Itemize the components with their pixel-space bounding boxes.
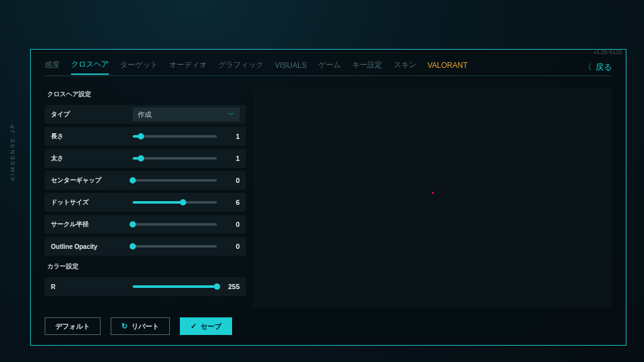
settings-column: クロスヘア設定 タイプ 作成 ﹀ 長さ1太さ1センターギャップ0ドットサイズ6サ… — [45, 87, 246, 307]
slider-knob[interactable] — [130, 221, 136, 228]
color-slider-value-0: 255 — [223, 283, 240, 290]
slider-value-0: 1 — [223, 133, 240, 140]
slider-row-0: 長さ1 — [45, 127, 246, 146]
slider-label-5: Outline Opacity — [51, 243, 133, 250]
slider-fill — [133, 285, 217, 288]
slider-track — [133, 223, 217, 226]
slider-value-1: 1 — [223, 155, 240, 162]
slider-track — [133, 179, 217, 182]
slider-slider-4[interactable]: 0 — [133, 221, 240, 228]
revert-button[interactable]: ↻ リバート — [111, 317, 170, 335]
tab-1[interactable]: クロスヘア — [71, 59, 109, 75]
color-slider-slider-0[interactable]: 255 — [133, 283, 240, 290]
color-slider-label-0: R — [51, 283, 133, 290]
tab-0[interactable]: 感度 — [45, 60, 60, 74]
button-row: デフォルト ↻ リバート ✓ セーブ — [45, 317, 232, 335]
save-button-label: セーブ — [201, 322, 221, 331]
slider-knob[interactable] — [130, 243, 136, 250]
slider-row-1: 太さ1 — [45, 149, 246, 168]
type-select-value: 作成 — [138, 110, 152, 119]
tab-7[interactable]: キー設定 — [352, 60, 382, 74]
slider-value-5: 0 — [223, 243, 240, 250]
type-label: タイプ — [51, 110, 133, 119]
check-icon: ✓ — [191, 322, 197, 331]
slider-knob[interactable] — [138, 155, 144, 162]
version-label: v1.25-5125 — [594, 49, 622, 55]
slider-fill — [133, 201, 183, 204]
tab-5[interactable]: VISUALS — [275, 61, 307, 74]
slider-knob[interactable] — [130, 177, 136, 184]
slider-row-3: ドットサイズ6 — [45, 193, 246, 212]
revert-button-label: リバート — [131, 322, 159, 331]
back-label: 戻る — [596, 62, 612, 73]
tab-9[interactable]: VALORANT — [428, 61, 468, 74]
watermark-text: AIMSENSE.JP — [9, 123, 16, 181]
settings-panel: v1.25-5125 感度クロスヘアターゲットオーディオグラフィックVISUAL… — [30, 49, 626, 346]
slider-knob[interactable] — [214, 283, 220, 290]
slider-value-2: 0 — [223, 177, 240, 184]
save-button[interactable]: ✓ セーブ — [180, 317, 232, 335]
section-color-title: カラー設定 — [47, 262, 246, 271]
slider-row-5: Outline Opacity0 — [45, 237, 246, 256]
chevron-left-icon: 〈 — [584, 62, 592, 73]
color-slider-row-0: R255 — [45, 277, 246, 296]
slider-track — [133, 135, 217, 138]
default-button-label: デフォルト — [55, 322, 90, 331]
slider-label-3: ドットサイズ — [51, 198, 133, 207]
tab-6[interactable]: ゲーム — [318, 60, 341, 74]
back-button[interactable]: 〈 戻る — [584, 62, 612, 73]
slider-value-3: 6 — [223, 199, 240, 206]
slider-label-4: サークル半径 — [51, 220, 133, 229]
slider-knob[interactable] — [180, 199, 186, 206]
slider-slider-2[interactable]: 0 — [133, 177, 240, 184]
slider-label-0: 長さ — [51, 132, 133, 141]
tab-bar: 感度クロスヘアターゲットオーディオグラフィックVISUALSゲームキー設定スキン… — [45, 58, 612, 76]
tab-3[interactable]: オーディオ — [169, 60, 207, 74]
slider-row-4: サークル半径0 — [45, 215, 246, 234]
slider-label-2: センターギャップ — [51, 176, 133, 185]
slider-knob[interactable] — [138, 133, 144, 140]
slider-track — [133, 157, 217, 160]
section-crosshair-title: クロスヘア設定 — [47, 90, 246, 99]
slider-track — [133, 285, 217, 288]
slider-slider-0[interactable]: 1 — [133, 133, 240, 140]
crosshair-dot — [432, 192, 434, 194]
tab-4[interactable]: グラフィック — [218, 60, 264, 74]
type-select[interactable]: 作成 ﹀ — [133, 107, 240, 121]
slider-slider-3[interactable]: 6 — [133, 199, 240, 206]
slider-slider-1[interactable]: 1 — [133, 155, 240, 162]
slider-value-4: 0 — [223, 221, 240, 228]
type-row: タイプ 作成 ﹀ — [45, 105, 246, 124]
slider-slider-5[interactable]: 0 — [133, 243, 240, 250]
slider-track — [133, 201, 217, 204]
default-button[interactable]: デフォルト — [45, 317, 101, 335]
body-row: クロスヘア設定 タイプ 作成 ﹀ 長さ1太さ1センターギャップ0ドットサイズ6サ… — [45, 87, 612, 307]
tab-2[interactable]: ターゲット — [120, 60, 158, 74]
slider-row-2: センターギャップ0 — [45, 171, 246, 190]
refresh-icon: ↻ — [121, 322, 128, 331]
crosshair-preview — [253, 87, 612, 307]
tab-8[interactable]: スキン — [394, 60, 416, 74]
slider-label-1: 太さ — [51, 154, 133, 163]
chevron-down-icon: ﹀ — [228, 110, 235, 119]
slider-track — [133, 245, 217, 248]
